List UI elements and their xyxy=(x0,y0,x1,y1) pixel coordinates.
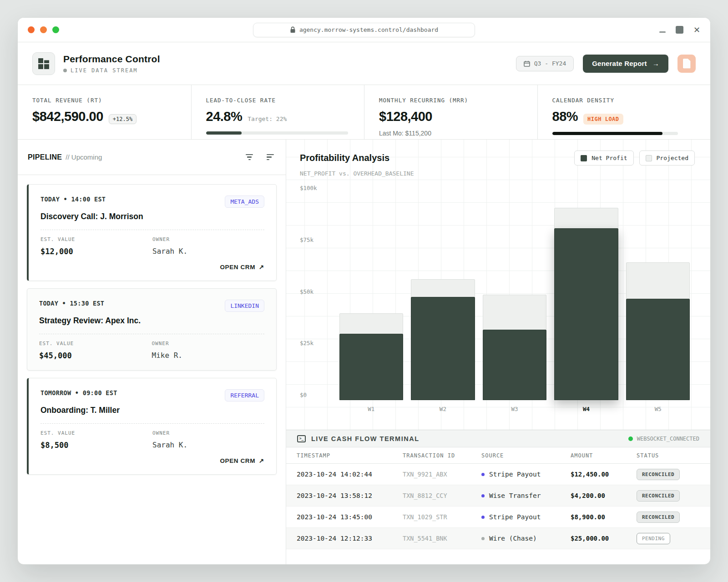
col-timestamp: TIMESTAMP xyxy=(297,452,403,459)
x-tick-label: W5 xyxy=(622,406,694,412)
source-name: Stripe Payout xyxy=(489,471,541,478)
url-bar[interactable]: agency.morrow-systems.control/dashboard xyxy=(253,23,475,37)
pipeline-subtitle: // Upcoming xyxy=(66,153,102,161)
est-value: $12,000 xyxy=(40,247,152,256)
owner-label: OWNER xyxy=(152,341,265,346)
chart-subtitle: NET_PROFIT vs. OVERHEAD_BASELINE xyxy=(300,170,695,177)
connected-dot-icon xyxy=(628,436,633,441)
zoom-traffic-light[interactable] xyxy=(52,26,59,33)
profitability-chart-section: Profitability Analysis Net Profit Projec… xyxy=(286,140,710,430)
filter-icon[interactable] xyxy=(244,152,255,162)
kpi-calendar-density: CALENDAR DENSITY 88% HIGH LOAD xyxy=(537,85,711,139)
app-logo xyxy=(32,52,55,75)
x-axis-labels: W1W2W3W4W5 xyxy=(335,400,694,417)
close-rate-progress-fill xyxy=(206,131,242,135)
card-datetime: TODAY • 15:30 EST xyxy=(39,300,104,307)
live-stream-status: LIVE DATA STREAM xyxy=(63,67,160,74)
kpi-target: Target: 22% xyxy=(248,115,287,122)
open-crm-label: OPEN CRM xyxy=(220,264,256,271)
calendar-progress-fill xyxy=(552,132,663,135)
window-controls: ✕ xyxy=(659,26,700,34)
kpi-value: $842,590.00 xyxy=(32,109,103,124)
pipeline-card: TOMORROW • 09:00 EST REFERRAL Onboarding… xyxy=(27,378,277,475)
cell-timestamp: 2023-10-24 14:02:44 xyxy=(297,471,403,478)
generate-report-button[interactable]: Generate Report → xyxy=(583,55,668,73)
col-amount: AMOUNT xyxy=(571,452,637,459)
chart-title: Profitability Analysis xyxy=(300,153,389,163)
app-header: Performance Control LIVE DATA STREAM Q3 … xyxy=(18,42,710,85)
minimize-icon[interactable] xyxy=(659,31,666,33)
cell-source: Stripe Payout xyxy=(481,471,571,478)
est-value: $8,500 xyxy=(40,441,152,450)
net-profit-bar xyxy=(554,228,618,400)
cell-transaction-id: TXN_5541_BNK xyxy=(403,535,481,542)
cell-source: Wise Transfer xyxy=(481,492,571,499)
cell-transaction-id: TXN_9921_ABX xyxy=(403,471,481,478)
kpi-value: $128,400 xyxy=(379,109,432,124)
col-source: SOURCE xyxy=(481,452,571,459)
open-crm-link[interactable]: OPEN CRM ↗ xyxy=(220,263,264,271)
est-value: $45,000 xyxy=(39,351,152,360)
close-traffic-light[interactable] xyxy=(28,26,35,33)
legend-projected[interactable]: Projected xyxy=(639,151,695,166)
kpi-value: 24.8% xyxy=(206,109,243,124)
status-badge: RECONCILED xyxy=(637,490,680,502)
card-datetime: TOMORROW • 09:00 EST xyxy=(40,389,117,396)
source-tag-badge: LINKEDIN xyxy=(225,300,264,312)
period-label: Q3 - FY24 xyxy=(534,60,566,67)
legend-net-profit[interactable]: Net Profit xyxy=(574,151,633,166)
x-tick-label: W4 xyxy=(551,406,622,412)
est-value-group: EST. VALUE $12,000 xyxy=(40,236,152,256)
table-row: 2023-10-24 12:12:33 TXN_5541_BNK Wire (C… xyxy=(286,528,710,549)
net-profit-bar xyxy=(626,299,690,400)
status-dot-icon xyxy=(63,69,67,72)
status-badge: RECONCILED xyxy=(637,469,680,480)
cell-amount: $25,000.00 xyxy=(571,535,637,542)
est-value-group: EST. VALUE $45,000 xyxy=(39,341,152,360)
maximize-icon[interactable] xyxy=(676,26,683,34)
dashed-divider xyxy=(40,230,264,230)
sort-icon[interactable] xyxy=(265,152,276,162)
est-value-label: EST. VALUE xyxy=(40,236,152,242)
calendar-progress-track xyxy=(552,132,678,135)
table-header-row: TIMESTAMP TRANSACTION ID SOURCE AMOUNT S… xyxy=(286,447,710,464)
bar-group-w2 xyxy=(407,188,479,395)
bar-group-w3 xyxy=(479,188,551,395)
traffic-lights xyxy=(28,26,59,33)
cell-source: Wire (Chase) xyxy=(481,535,571,542)
source-dot-icon xyxy=(481,537,485,540)
projected-swatch-icon xyxy=(646,155,652,161)
y-tick-label: $100k xyxy=(300,185,317,191)
legend-net-label: Net Profit xyxy=(592,155,627,161)
owner-label: OWNER xyxy=(152,236,264,242)
export-document-button[interactable] xyxy=(677,55,696,73)
cell-timestamp: 2023-10-24 12:12:33 xyxy=(297,535,403,542)
owner-name: Sarah K. xyxy=(152,441,264,449)
source-tag-badge: META_ADS xyxy=(225,196,264,208)
legend-projected-label: Projected xyxy=(657,155,688,161)
browser-chrome: agency.morrow-systems.control/dashboard … xyxy=(18,18,710,42)
right-panel: Profitability Analysis Net Profit Projec… xyxy=(286,140,710,564)
open-crm-link[interactable]: OPEN CRM ↗ xyxy=(220,457,264,464)
table-row: 2023-10-24 14:02:44 TXN_9921_ABX Stripe … xyxy=(286,464,710,485)
calendar-icon xyxy=(524,60,530,67)
header-titles: Performance Control LIVE DATA STREAM xyxy=(63,54,160,74)
minimize-traffic-light[interactable] xyxy=(40,26,47,33)
document-icon xyxy=(683,59,691,69)
status-badge: RECONCILED xyxy=(637,512,680,523)
source-dot-icon xyxy=(481,473,485,476)
source-dot-icon xyxy=(481,494,485,497)
bar-group-w1 xyxy=(335,188,407,395)
close-icon[interactable]: ✕ xyxy=(693,26,700,34)
bar-group-w5 xyxy=(622,188,694,395)
terminal-icon: >_ xyxy=(297,435,306,442)
period-selector-button[interactable]: Q3 - FY24 xyxy=(516,56,574,71)
cell-timestamp: 2023-10-24 13:45:00 xyxy=(297,513,403,521)
table-row: 2023-10-24 13:45:00 TXN_1029_STR Stripe … xyxy=(286,507,710,528)
live-stream-label: LIVE DATA STREAM xyxy=(71,67,138,74)
x-tick-label: W1 xyxy=(335,406,407,412)
card-datetime: TODAY • 14:00 EST xyxy=(40,196,106,203)
pipeline-card-list: TODAY • 14:00 EST META_ADS Discovery Cal… xyxy=(18,175,286,484)
url-text: agency.morrow-systems.control/dashboard xyxy=(299,26,438,33)
close-rate-progress-track xyxy=(206,131,348,135)
